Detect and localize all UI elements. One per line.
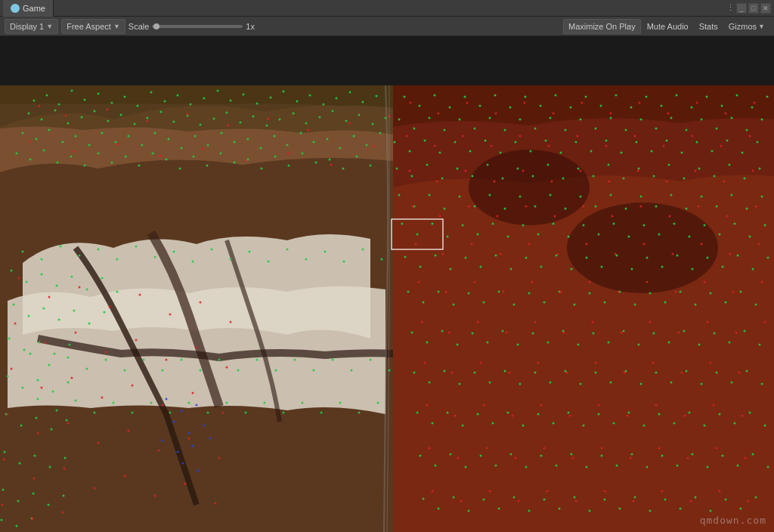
svg-point-169 <box>268 261 270 263</box>
svg-point-394 <box>474 206 476 208</box>
svg-point-615 <box>639 102 641 104</box>
svg-point-593 <box>559 508 561 510</box>
svg-point-121 <box>13 304 15 306</box>
svg-point-266 <box>3 459 5 461</box>
svg-point-179 <box>86 368 88 370</box>
svg-point-124 <box>58 319 60 321</box>
svg-point-717 <box>627 415 629 417</box>
svg-point-699 <box>451 372 454 374</box>
svg-point-441 <box>435 255 437 257</box>
svg-point-127 <box>104 311 106 314</box>
aspect-label: Free Aspect <box>67 22 111 31</box>
svg-point-72 <box>207 144 209 147</box>
svg-point-362 <box>741 152 744 154</box>
svg-point-517 <box>489 382 491 384</box>
svg-point-62 <box>75 135 77 138</box>
svg-point-84 <box>366 144 368 147</box>
svg-point-53 <box>332 110 334 113</box>
svg-point-455 <box>646 257 649 259</box>
svg-point-88 <box>43 150 45 152</box>
svg-point-81 <box>327 138 329 141</box>
svg-point-31 <box>41 119 43 121</box>
svg-point-364 <box>396 168 398 170</box>
svg-point-273 <box>215 503 217 505</box>
svg-point-551 <box>643 425 646 427</box>
svg-point-184 <box>181 359 183 361</box>
svg-point-419 <box>477 234 479 236</box>
svg-point-678 <box>589 281 591 283</box>
game-tab[interactable]: Game <box>3 0 54 17</box>
svg-point-202 <box>150 402 153 404</box>
svg-point-614 <box>610 113 612 115</box>
svg-point-619 <box>754 102 756 104</box>
svg-point-412 <box>746 208 748 210</box>
svg-point-338 <box>761 119 763 121</box>
svg-point-170 <box>286 249 289 251</box>
svg-point-665 <box>586 243 588 246</box>
svg-point-99 <box>193 156 195 158</box>
svg-point-207 <box>245 412 247 414</box>
maximize-button[interactable]: □ <box>748 3 759 14</box>
svg-point-101 <box>220 153 222 155</box>
svg-point-650 <box>525 206 528 208</box>
svg-point-570 <box>571 453 573 456</box>
svg-point-349 <box>545 140 547 142</box>
svg-point-630 <box>692 135 694 138</box>
svg-point-420 <box>492 223 494 225</box>
svg-point-607 <box>410 102 412 104</box>
svg-point-82 <box>339 147 342 150</box>
svg-point-628 <box>634 135 636 138</box>
svg-point-663 <box>528 243 531 246</box>
svg-point-214 <box>377 402 379 404</box>
svg-point-18 <box>230 100 232 102</box>
svg-point-71 <box>194 135 197 138</box>
svg-point-70 <box>181 147 183 150</box>
svg-point-343 <box>454 141 457 144</box>
svg-point-275 <box>32 518 34 520</box>
svg-point-36 <box>107 120 110 122</box>
svg-point-68 <box>154 132 156 135</box>
scale-thumb <box>153 23 159 29</box>
svg-point-7 <box>84 99 86 101</box>
svg-point-719 <box>684 415 686 417</box>
svg-point-529 <box>670 382 673 384</box>
svg-point-258 <box>7 413 9 416</box>
minimize-button[interactable]: _ <box>736 3 747 14</box>
svg-point-351 <box>575 141 577 144</box>
svg-point-554 <box>689 412 691 414</box>
svg-point-245 <box>105 351 107 354</box>
svg-point-225 <box>29 141 32 144</box>
aspect-selector[interactable]: Free Aspect ▼ <box>61 19 125 34</box>
svg-point-307 <box>676 94 678 97</box>
svg-point-505 <box>668 342 670 344</box>
svg-point-491 <box>457 344 459 346</box>
svg-point-476 <box>589 292 591 295</box>
maximize-on-play-button[interactable]: Maximize On Play <box>563 19 641 34</box>
svg-point-742 <box>661 490 664 493</box>
svg-point-336 <box>731 117 733 119</box>
svg-point-613 <box>581 102 584 104</box>
display-selector[interactable]: Display 1 ▼ <box>5 19 58 34</box>
tab-bar: Game ⋮ _ □ ✕ <box>0 0 774 17</box>
svg-point-330 <box>640 119 642 121</box>
svg-point-621 <box>434 145 436 147</box>
svg-point-685 <box>421 321 423 323</box>
svg-point-199 <box>94 412 96 414</box>
svg-point-623 <box>491 145 493 147</box>
svg-point-407 <box>670 194 673 196</box>
close-button[interactable]: ✕ <box>760 3 771 14</box>
svg-point-572 <box>601 455 603 457</box>
scale-slider[interactable] <box>152 25 243 28</box>
svg-point-44 <box>213 118 215 120</box>
svg-point-165 <box>192 261 194 263</box>
mute-audio-button[interactable]: Mute Audio <box>642 19 693 34</box>
svg-point-237 <box>109 306 111 308</box>
gizmos-button[interactable]: Gizmos ▼ <box>724 19 769 34</box>
svg-point-700 <box>480 362 482 364</box>
stats-button[interactable]: Stats <box>695 19 723 34</box>
svg-point-444 <box>480 266 482 268</box>
svg-point-556 <box>719 413 721 416</box>
svg-point-563 <box>465 466 467 469</box>
svg-point-257 <box>222 412 224 414</box>
svg-point-427 <box>598 234 600 236</box>
